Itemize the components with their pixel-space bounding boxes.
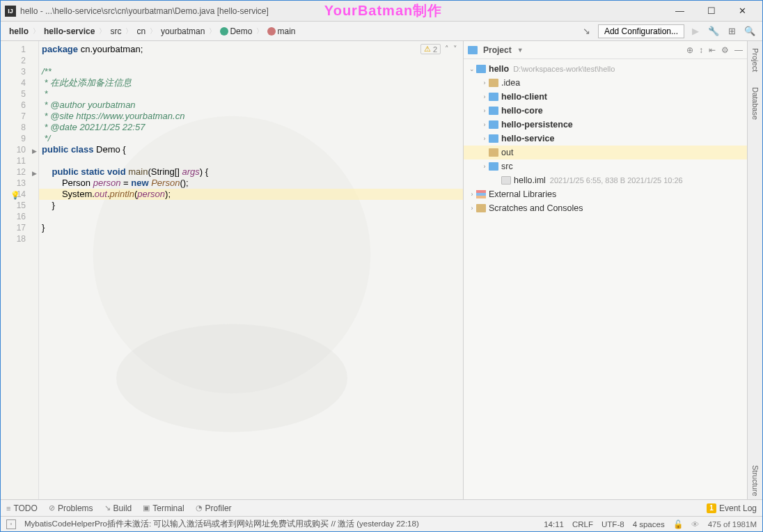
line-number[interactable]: 15 [1, 200, 38, 211]
hide-icon[interactable]: — [734, 45, 743, 55]
tree-external-libraries[interactable]: ›External Libraries [464, 187, 747, 201]
line-number[interactable]: 6 [1, 100, 38, 111]
code-line[interactable] [39, 55, 463, 66]
line-number[interactable]: 14💡 [1, 189, 38, 200]
line-number[interactable]: 13 [1, 178, 38, 189]
tree-item-out[interactable]: out [464, 146, 747, 159]
status-message[interactable]: MybatisCodeHelperPro插件未激活: 可以输入激活码或者到网站网… [24, 519, 419, 529]
tree-item--idea[interactable]: ›.idea [464, 76, 747, 90]
code-line[interactable]: /** [39, 66, 463, 77]
tree-arrow-icon[interactable]: › [480, 135, 489, 142]
tree-arrow-icon[interactable]: ⌄ [468, 65, 476, 72]
nav-down-icon[interactable]: ˅ [453, 45, 457, 54]
crumb-src[interactable]: src [107, 25, 124, 38]
crumb-cn[interactable]: cn [134, 25, 148, 38]
coverage-icon[interactable]: ⊞ [725, 24, 739, 38]
code-line[interactable]: * 在此处添加备注信息 [39, 77, 463, 88]
tree-item-hello-service[interactable]: ›hello-service [464, 132, 747, 146]
file-encoding[interactable]: UTF-8 [601, 520, 624, 529]
line-number[interactable]: 3 [1, 66, 38, 77]
crumb-hello-service[interactable]: hello-service [41, 25, 97, 38]
tab-todo[interactable]: ≡TODO [6, 503, 38, 513]
code-line[interactable]: * @site https://www.yourbatman.cn [39, 111, 463, 122]
tab-build[interactable]: ↘Build [104, 503, 132, 513]
add-configuration-button[interactable]: Add Configuration... [598, 24, 684, 38]
crumb-yourbatman[interactable]: yourbatman [158, 25, 207, 38]
tree-item-hello-client[interactable]: ›hello-client [464, 90, 747, 104]
tree-arrow-icon[interactable]: › [480, 121, 489, 128]
minimize-button[interactable]: — [664, 1, 695, 21]
readonly-lock-icon[interactable]: 🔓 [673, 519, 683, 529]
toolwindow-toggle-icon[interactable]: ▫ [6, 519, 16, 529]
collapse-all-icon[interactable]: ⇤ [709, 45, 716, 55]
run-icon[interactable]: ▶ [689, 24, 702, 38]
tab-problems[interactable]: ⊘Problems [49, 503, 93, 513]
debug-icon[interactable]: 🔧 [707, 24, 721, 38]
editor-gutter[interactable]: 12345678910▶1112▶1314💡15161718 [1, 41, 39, 499]
line-number[interactable]: 18 [1, 233, 38, 244]
line-number[interactable]: 16 [1, 211, 38, 222]
code-line[interactable]: Person person = new Person(); [39, 178, 463, 189]
line-number[interactable]: 9 [1, 133, 38, 144]
crumb-hello[interactable]: hello [6, 25, 31, 38]
tree-arrow-icon[interactable]: › [468, 205, 476, 212]
tree-item-hello-core[interactable]: ›hello-core [464, 104, 747, 118]
crumb-main[interactable]: main [265, 25, 298, 38]
tree-scratches[interactable]: ›Scratches and Consoles [464, 201, 747, 215]
locate-icon[interactable]: ⊕ [686, 45, 693, 55]
expand-all-icon[interactable]: ↕ [699, 45, 703, 55]
line-number[interactable]: 5 [1, 88, 38, 100]
intention-bulb-icon[interactable]: 💡 [10, 189, 20, 201]
tree-root-hello[interactable]: ⌄helloD:\workspaces-work\test\hello [464, 62, 747, 76]
tree-arrow-icon[interactable]: › [480, 93, 489, 100]
code-line[interactable] [39, 155, 463, 166]
indent-setting[interactable]: 4 spaces [633, 520, 665, 529]
code-line[interactable]: */ [39, 133, 463, 144]
close-button[interactable]: ✕ [727, 1, 758, 21]
code-line[interactable]: public static void main(String[] args) { [39, 166, 463, 178]
project-view-dropdown-icon[interactable]: ▼ [517, 47, 524, 54]
line-number[interactable]: 12▶ [1, 166, 38, 178]
line-number[interactable]: 1 [1, 44, 38, 55]
tab-event-log[interactable]: Event Log [719, 503, 757, 513]
code-line[interactable] [39, 233, 463, 244]
line-number[interactable]: 2 [1, 55, 38, 66]
inspection-eye-icon[interactable]: 👁 [691, 520, 700, 529]
build-icon[interactable]: ↘ [580, 24, 594, 38]
tree-arrow-icon[interactable]: › [480, 163, 489, 170]
code-line[interactable]: } [39, 222, 463, 233]
search-icon[interactable]: 🔍 [743, 24, 757, 38]
project-tree[interactable]: ⌄helloD:\workspaces-work\test\hello›.ide… [464, 59, 747, 218]
line-number[interactable]: 17 [1, 222, 38, 233]
tree-arrow-icon[interactable]: › [468, 191, 476, 198]
tree-arrow-icon[interactable]: › [480, 79, 489, 86]
line-number[interactable]: 4 [1, 77, 38, 88]
code-line[interactable]: * @author yourbatman [39, 100, 463, 111]
tree-item-hello-iml[interactable]: hello.iml2021/1/25 6:55, 838 B 2021/1/25… [464, 173, 747, 187]
project-title[interactable]: Project [483, 45, 512, 55]
inspection-widget[interactable]: ⚠2 ˄ ˅ [420, 44, 457, 54]
maximize-button[interactable]: ☐ [695, 1, 727, 21]
right-tab-structure[interactable]: Structure [750, 462, 761, 499]
code-line[interactable]: System.out.println(person); [39, 189, 463, 200]
line-number[interactable]: 7 [1, 111, 38, 122]
nav-up-icon[interactable]: ˄ [445, 45, 449, 54]
tree-item-src[interactable]: ›src [464, 159, 747, 173]
code-line[interactable]: * @date 2021/1/25 22:57 [39, 122, 463, 133]
right-tab-database[interactable]: Database [750, 84, 761, 123]
code-line[interactable]: public class Demo { [39, 144, 463, 155]
code-area[interactable]: ⚠2 ˄ ˅ package cn.yourbatman;/** * 在此处添加… [39, 41, 463, 499]
tree-arrow-icon[interactable]: › [480, 107, 489, 114]
settings-icon[interactable]: ⚙ [721, 45, 729, 55]
line-number[interactable]: 8 [1, 122, 38, 133]
line-number[interactable]: 11 [1, 155, 38, 166]
line-separator[interactable]: CRLF [572, 520, 593, 529]
cursor-position[interactable]: 14:11 [544, 520, 564, 529]
crumb-demo[interactable]: Demo [217, 25, 255, 38]
line-number[interactable]: 10▶ [1, 144, 38, 155]
code-line[interactable]: package cn.yourbatman; [39, 44, 463, 55]
tree-item-hello-persistence[interactable]: ›hello-persistence [464, 118, 747, 132]
code-line[interactable]: } [39, 200, 463, 211]
memory-indicator[interactable]: 475 of 1981M [708, 520, 757, 529]
tab-terminal[interactable]: ▣Terminal [143, 503, 184, 513]
